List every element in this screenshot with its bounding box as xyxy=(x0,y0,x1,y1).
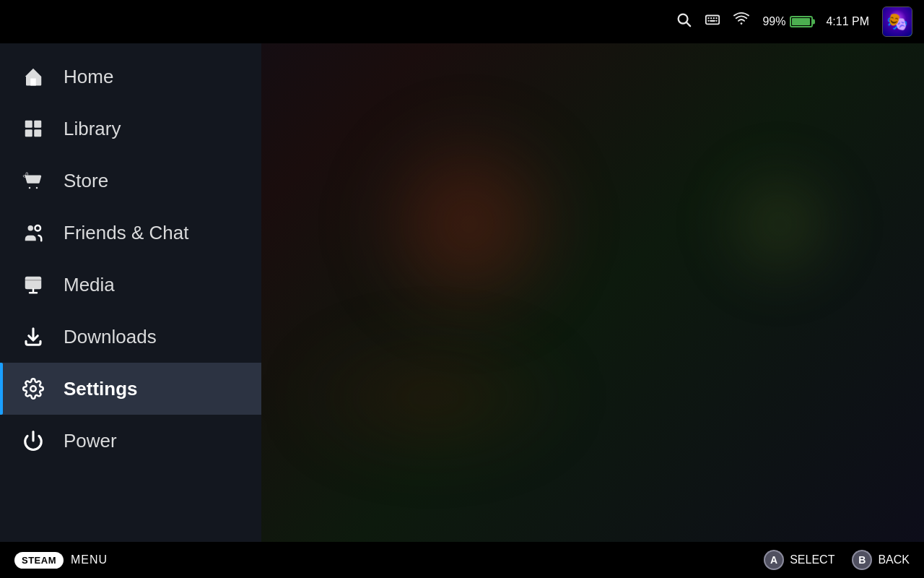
power-icon xyxy=(20,428,46,454)
sidebar-label-power: Power xyxy=(64,430,117,452)
sidebar-label-downloads: Downloads xyxy=(64,326,157,348)
top-bar-icons: 99% 4:11 PM 🎭 xyxy=(676,7,912,37)
sidebar-item-home[interactable]: Home xyxy=(0,51,261,103)
battery-icon xyxy=(790,16,813,27)
search-icon[interactable] xyxy=(676,12,692,32)
clock: 4:11 PM xyxy=(826,15,869,28)
svg-rect-13 xyxy=(25,129,32,137)
select-button[interactable]: A SELECT xyxy=(764,550,834,570)
wifi-icon xyxy=(733,12,749,32)
menu-label: MENU xyxy=(71,553,108,566)
sidebar: Home Library Store Friends & Chat Media … xyxy=(0,43,261,542)
sidebar-label-settings: Settings xyxy=(64,378,138,400)
sidebar-label-friends-chat: Friends & Chat xyxy=(64,222,188,244)
sidebar-item-library[interactable]: Library xyxy=(0,103,261,155)
library-icon xyxy=(20,116,46,142)
back-button[interactable]: B BACK xyxy=(852,550,910,570)
sidebar-item-downloads[interactable]: Downloads xyxy=(0,311,261,363)
svg-line-1 xyxy=(687,22,691,26)
sidebar-item-friends-chat[interactable]: Friends & Chat xyxy=(0,207,261,259)
a-button: A xyxy=(764,550,784,570)
svg-point-10 xyxy=(741,22,743,25)
battery-percent: 99% xyxy=(762,15,785,28)
bottom-bar: STEAM MENU A SELECT B BACK xyxy=(0,542,924,578)
sidebar-label-media: Media xyxy=(64,274,115,296)
controller-buttons: A SELECT B BACK xyxy=(764,550,910,570)
svg-rect-12 xyxy=(34,121,41,128)
sidebar-item-media[interactable]: Media xyxy=(0,259,261,311)
top-bar: 99% 4:11 PM 🎭 xyxy=(0,0,924,43)
select-label: SELECT xyxy=(790,553,834,566)
sidebar-item-power[interactable]: Power xyxy=(0,415,261,467)
store-icon xyxy=(20,168,46,194)
battery-indicator: 99% xyxy=(762,15,813,28)
sidebar-label-library: Library xyxy=(64,118,121,140)
sidebar-label-home: Home xyxy=(64,66,113,88)
user-avatar[interactable]: 🎭 xyxy=(882,7,912,37)
settings-icon xyxy=(20,376,46,402)
svg-rect-11 xyxy=(25,121,32,128)
keyboard-icon[interactable] xyxy=(705,12,720,32)
steam-menu-button[interactable]: STEAM MENU xyxy=(14,552,108,569)
media-icon xyxy=(20,272,46,298)
downloads-icon xyxy=(20,324,46,350)
sidebar-item-settings[interactable]: Settings xyxy=(0,363,261,415)
svg-rect-14 xyxy=(34,129,41,137)
sidebar-item-store[interactable]: Store xyxy=(0,155,261,207)
svg-point-16 xyxy=(35,225,41,231)
friends-icon xyxy=(20,220,46,246)
svg-point-15 xyxy=(28,225,34,231)
sidebar-label-store: Store xyxy=(64,170,108,192)
steam-badge: STEAM xyxy=(14,552,64,569)
svg-point-18 xyxy=(30,386,36,392)
back-label: BACK xyxy=(878,553,910,566)
svg-rect-2 xyxy=(706,16,719,25)
b-button: B xyxy=(852,550,872,570)
svg-rect-17 xyxy=(25,277,42,290)
home-icon xyxy=(20,64,46,90)
